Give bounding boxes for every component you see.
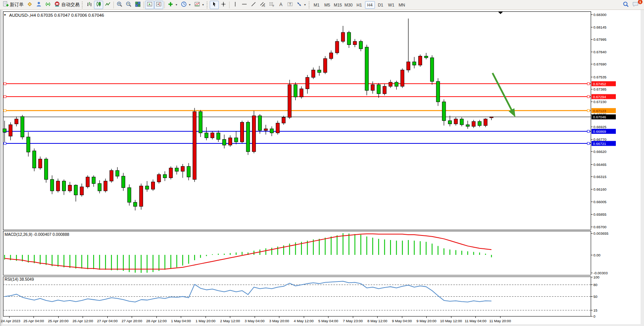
bar-chart-button[interactable] [85, 1, 94, 9]
line-handle[interactable] [4, 142, 6, 145]
candle-body [175, 168, 179, 172]
user-icon [36, 1, 42, 8]
price-axis-label: 0.67690 [593, 62, 606, 66]
periods-button[interactable]: ▼ [179, 1, 193, 9]
quotes-button[interactable] [25, 1, 34, 9]
channel-tool-button[interactable]: E [258, 1, 267, 9]
candle-body [33, 151, 36, 168]
chart-shift-button[interactable] [154, 1, 163, 9]
price-axis-label: 0.65855 [593, 212, 606, 216]
timeframe-button-m5[interactable]: M5 [322, 1, 332, 9]
line-handle[interactable] [4, 95, 6, 98]
timeframe-button-h4[interactable]: H4 [365, 1, 375, 9]
arrows-tool-button[interactable]: ▼ [295, 1, 308, 9]
candle-body [205, 133, 208, 138]
indicators-button[interactable]: ▼ [166, 1, 179, 9]
cursor-tool-button[interactable] [210, 1, 219, 9]
notifications-button[interactable]: 1 [631, 1, 641, 9]
candle-body [3, 129, 6, 132]
text-label-icon: T [287, 1, 293, 8]
timeframe-button-d1[interactable]: D1 [376, 1, 386, 9]
fibonacci-tool-button[interactable]: F [267, 1, 276, 9]
candle-body [68, 185, 72, 191]
candle-body [157, 175, 161, 182]
timeframe-button-m1[interactable]: M1 [312, 1, 322, 9]
candle-body [406, 62, 410, 70]
horizontal-line-icon [241, 1, 247, 8]
time-axis-label: 5 May 04:00 [318, 319, 338, 323]
candle-body [383, 86, 386, 94]
autotrading-label: 自动交易 [61, 2, 80, 8]
auto-scroll-button[interactable] [145, 1, 154, 9]
price-axis-label: 0.65700 [593, 225, 606, 229]
price-line-tag-label: 0.66869 [593, 129, 606, 134]
zoom-in-button[interactable] [115, 1, 124, 9]
arrows-shapes-icon [296, 1, 302, 8]
time-axis-label: 27 Apr 20:00 [122, 319, 142, 323]
time-axis-label: 7 May 23:00 [343, 319, 363, 323]
time-axis-label: 24 Apr 2023 [1, 319, 20, 323]
price-axis-label: 0.68300 [593, 13, 606, 17]
line-handle[interactable] [587, 130, 590, 132]
vertical-line-tool-button[interactable] [231, 1, 240, 9]
price-axis-label: 0.67385 [593, 87, 606, 91]
vertical-line-icon [232, 1, 238, 8]
templates-button[interactable]: ▼ [193, 1, 206, 9]
timeframe-button-h1[interactable]: H1 [354, 1, 364, 9]
time-axis-label: 28 Apr 12:00 [146, 319, 167, 323]
community-button[interactable] [34, 1, 43, 9]
signals-button[interactable] [43, 1, 53, 9]
candle-body [252, 116, 256, 151]
time-axis-label: 11 May 20:00 [489, 319, 511, 323]
zoom-out-button[interactable] [124, 1, 133, 9]
candle-body [436, 81, 440, 102]
candle-body [401, 70, 404, 86]
candle-body [490, 117, 493, 118]
tile-windows-button[interactable] [133, 1, 142, 9]
time-axis-label: 9 May 04:00 [392, 319, 412, 323]
line-handle[interactable] [4, 83, 6, 85]
svg-text:F: F [273, 5, 274, 7]
timeframe-button-w1[interactable]: W1 [386, 1, 396, 9]
timeframe-button-m30[interactable]: M30 [344, 1, 354, 9]
line-handle[interactable] [587, 95, 590, 98]
candle-body [45, 159, 48, 180]
text-tool-button[interactable]: A [276, 1, 285, 9]
search-button[interactable] [621, 1, 631, 9]
timeframe-button-mn[interactable]: MN [397, 1, 407, 9]
crosshair-icon [220, 1, 226, 8]
candle-body [92, 177, 96, 183]
new-order-button[interactable]: 新订单 [1, 1, 25, 9]
line-handle[interactable] [4, 110, 6, 112]
templates-icon [194, 1, 200, 8]
line-handle[interactable] [587, 110, 590, 112]
horizontal-line-tool-button[interactable] [240, 1, 249, 9]
candle-body [448, 121, 452, 124]
new-order-icon [3, 1, 9, 8]
search-icon [623, 1, 629, 9]
trendline-tool-button[interactable] [249, 1, 258, 9]
line-chart-icon [105, 1, 111, 8]
chart-canvas[interactable]: 0.674520.672940.671230.668690.667210.670… [0, 0, 644, 326]
candle-body [9, 125, 12, 136]
candle-body [246, 122, 250, 151]
symbol-dropdown-icon[interactable]: ▼ [3, 13, 6, 17]
line-handle[interactable] [587, 83, 590, 85]
price-axis-label: 0.68145 [593, 25, 606, 29]
price-axis-label: 0.66465 [593, 162, 606, 167]
autotrading-button[interactable]: 自动交易 [53, 1, 81, 9]
time-axis-label: 1 May 04:00 [171, 319, 191, 323]
time-axis-label: 4 May 12:00 [294, 319, 314, 323]
line-handle[interactable] [587, 142, 590, 145]
toolbar-grip [207, 2, 209, 8]
notification-badge: 1 [638, 0, 642, 4]
rsi-axis-label: 100 [593, 275, 599, 279]
crosshair-tool-button[interactable] [219, 1, 228, 9]
macd-axis-label: -0.00303 [593, 271, 608, 275]
timeframe-button-m15[interactable]: M15 [333, 1, 343, 9]
candlestick-chart-button[interactable] [94, 1, 103, 9]
label-tool-button[interactable]: T [285, 1, 295, 9]
candle-body [223, 140, 226, 145]
time-axis-label: 10 May 12:00 [440, 319, 462, 323]
line-chart-button[interactable] [103, 1, 112, 9]
